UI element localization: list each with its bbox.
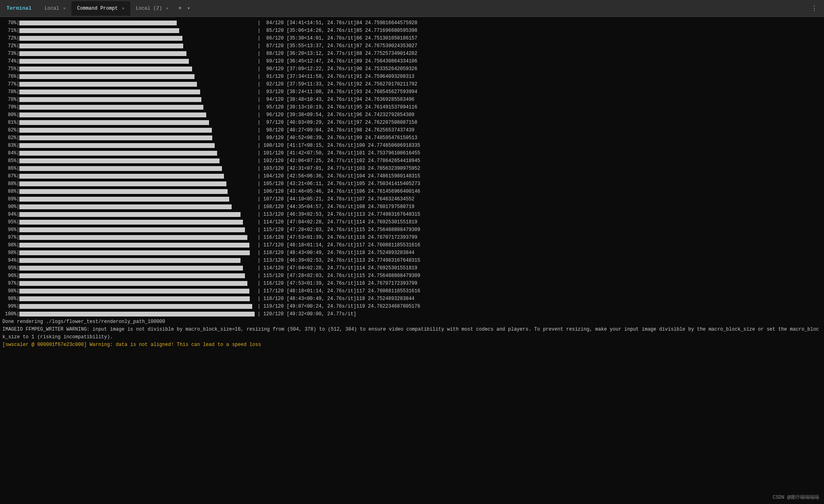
terminal-line: 98%|| 117/120 [48:18<01:14, 24.76s/it]11… xyxy=(2,287,822,295)
terminal-line: 87%|| 104/120 [42:56<06:36, 24.76s/it]10… xyxy=(2,173,822,180)
terminal-line: 84%|| 101/120 [41:42<07:50, 24.76s/it]10… xyxy=(2,150,822,157)
terminal-line: 88%|| 105/120 [43:21<06:11, 24.76s/it]10… xyxy=(2,180,822,188)
add-tab-button[interactable]: + xyxy=(174,3,186,14)
terminal-line: 70%|| 84/120 [34:41<14:51, 24.76s/it]84 … xyxy=(2,19,822,27)
terminal-line: 99%|| 119/120 [49:07<00:24, 24.76s/it]11… xyxy=(2,303,822,310)
done-line: Done rendering ./logs/flower_test/render… xyxy=(2,318,822,326)
warning-line: IMAGEIO FFMPEG_WRITER WARNING: input ima… xyxy=(2,326,822,341)
tab-command-prompt[interactable]: Command Prompt ✕ xyxy=(71,1,130,16)
watermark: CSDN @嗯吁嗝嗝嗝嗝 xyxy=(773,494,819,501)
app-label: Terminal xyxy=(3,5,35,11)
tab-command-prompt-label: Command Prompt xyxy=(77,6,118,11)
tab-local[interactable]: Local ✕ xyxy=(39,1,71,16)
terminal-line: 90%|| 108/120 [44:35<04:57, 24.76s/it]10… xyxy=(2,203,822,211)
terminal-line: 95%|| 114/120 [47:04<02:28, 24.77s/it]11… xyxy=(2,264,822,272)
tab-local-2-close[interactable]: ✕ xyxy=(166,6,169,11)
terminal-line: 100%|| 120/120 [49:32<00:00, 24.77s/it] xyxy=(2,310,822,318)
terminal-line: 94%|| 113/120 [46:39<02:53, 24.76s/it]11… xyxy=(2,257,822,264)
tab-local-2-label: Local (2) xyxy=(136,6,162,11)
terminal-line: 82%|| 99/120 [40:52<08:39, 24.76s/it]99 … xyxy=(2,134,822,142)
tab-local-close[interactable]: ✕ xyxy=(63,6,66,11)
terminal-line: 83%|| 100/120 [41:17<08:15, 24.76s/it]10… xyxy=(2,142,822,150)
terminal-line: 98%|| 118/120 [48:43<00:49, 24.76s/it]11… xyxy=(2,249,822,257)
tab-local-label: Local xyxy=(44,6,59,11)
terminal-line: 72%|| 87/120 [35:55<13:37, 24.76s/it]87 … xyxy=(2,42,822,50)
terminal-line: 97%|| 116/120 [47:53<01:39, 24.76s/it]11… xyxy=(2,234,822,242)
terminal-line: 80%|| 96/120 [39:38<09:54, 24.76s/it]96 … xyxy=(2,111,822,119)
terminal-line: 78%|| 94/120 [38:48<10:43, 24.76s/it]94 … xyxy=(2,96,822,104)
terminal-line: 79%|| 95/120 [39:13<10:19, 24.76s/it]95 … xyxy=(2,104,822,111)
terminal-line: 82%|| 98/120 [40:27<09:04, 24.76s/it]98 … xyxy=(2,127,822,134)
terminal-line: 98%|| 118/120 [48:43<00:49, 24.76s/it]11… xyxy=(2,295,822,303)
terminal-line: 71%|| 85/120 [35:06<14:26, 24.76s/it]85 … xyxy=(2,27,822,35)
terminal-line: 94%|| 113/120 [46:39<02:53, 24.76s/it]11… xyxy=(2,211,822,219)
terminal-line: 78%|| 93/120 [38:24<11:08, 24.76s/it]93 … xyxy=(2,88,822,96)
terminal-line: 73%|| 88/120 [36:20<13:12, 24.77s/it]88 … xyxy=(2,50,822,58)
terminal-line: 88%|| 106/120 [43:46<05:46, 24.76s/it]10… xyxy=(2,188,822,196)
terminal-line: 96%|| 115/120 [47:28<02:03, 24.76s/it]11… xyxy=(2,226,822,234)
tab-dropdown[interactable]: ▾ xyxy=(186,5,192,11)
terminal-line: 81%|| 97/120 [40:03<09:29, 24.76s/it]97 … xyxy=(2,119,822,127)
terminal-line: 72%|| 86/120 [35:30<14:01, 24.76s/it]86 … xyxy=(2,35,822,42)
terminal-line: 89%|| 107/120 [44:10<05:21, 24.76s/it]10… xyxy=(2,196,822,203)
terminal-line: 76%|| 91/120 [37:34<11:58, 24.76s/it]91 … xyxy=(2,73,822,81)
tab-command-prompt-close[interactable]: ✕ xyxy=(122,6,125,11)
terminal-line: 98%|| 117/120 [48:18<01:14, 24.76s/it]11… xyxy=(2,242,822,249)
terminal-line: 74%|| 89/120 [36:45<12:47, 24.76s/it]89 … xyxy=(2,58,822,65)
title-bar: Terminal Local ✕ Command Prompt ✕ Local … xyxy=(0,0,824,17)
terminal-line: 97%|| 116/120 [47:53<01:39, 24.76s/it]11… xyxy=(2,280,822,287)
more-options-button[interactable]: ⋮ xyxy=(808,4,821,12)
terminal-line: 75%|| 90/120 [37:09<12:22, 24.76s/it]90 … xyxy=(2,65,822,73)
terminal-area: 70%|| 84/120 [34:41<14:51, 24.76s/it]84 … xyxy=(0,17,824,504)
swscaler-line: [swscaler @ 000001f67e23c000] Warning: d… xyxy=(2,341,822,349)
tab-local-2[interactable]: Local (2) ✕ xyxy=(130,1,174,16)
terminal-line: 96%|| 115/120 [47:28<02:03, 24.76s/it]11… xyxy=(2,272,822,280)
terminal-line: 77%|| 92/120 [37:59<11:33, 24.76s/it]92 … xyxy=(2,81,822,88)
terminal-line: 86%|| 103/120 [42:31<07:01, 24.77s/it]10… xyxy=(2,165,822,173)
terminal-line: 95%|| 114/120 [47:04<02:28, 24.77s/it]11… xyxy=(2,219,822,226)
terminal-line: 85%|| 102/120 [42:06<07:25, 24.77s/it]10… xyxy=(2,157,822,165)
terminal-content[interactable]: 70%|| 84/120 [34:41<14:51, 24.76s/it]84 … xyxy=(0,19,824,502)
